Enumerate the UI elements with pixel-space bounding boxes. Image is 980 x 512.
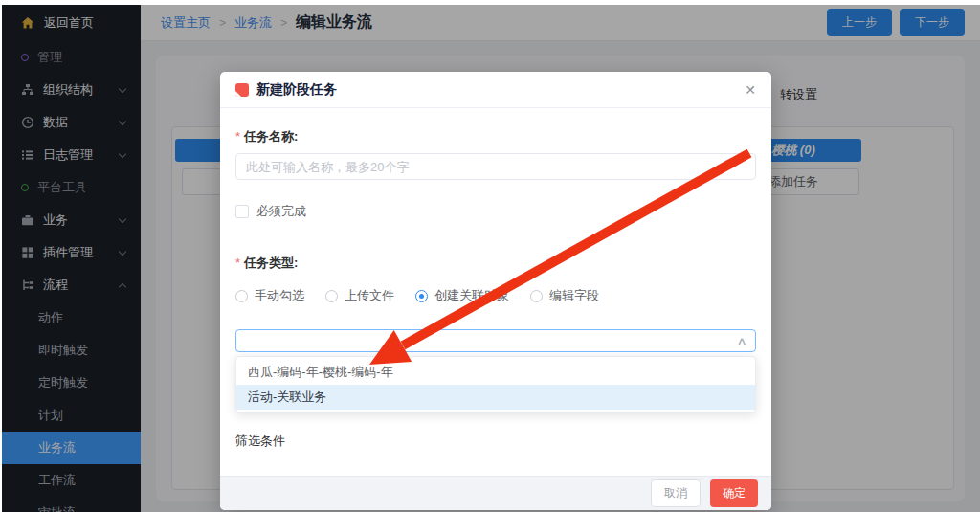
radio-icon <box>530 290 543 302</box>
dropdown-option-activity-related[interactable]: 活动-关联业务 <box>236 385 755 410</box>
related-object-select-wrap: ∧ 西瓜-编码-年-樱桃-编码-年 活动-关联业务 <box>235 329 756 352</box>
task-name-label: *任务名称: <box>235 128 756 145</box>
create-stage-task-modal: 新建阶段任务 ✕ *任务名称: 必须完成 *任务类型: 手动勾选 <box>220 72 771 510</box>
radio-icon <box>235 290 248 302</box>
radio-create-related-object[interactable]: 创建关联对象 <box>415 287 509 304</box>
filter-section-label: 筛选条件 <box>235 433 756 450</box>
cancel-button[interactable]: 取消 <box>651 479 701 507</box>
radio-edit-field[interactable]: 编辑字段 <box>530 287 599 304</box>
modal-header: 新建阶段任务 ✕ <box>220 72 771 108</box>
modal-body: *任务名称: 必须完成 *任务类型: 手动勾选 上传文件 <box>220 128 771 494</box>
radio-upload-file[interactable]: 上传文件 <box>325 287 394 304</box>
radio-icon-checked <box>415 290 428 302</box>
related-object-select[interactable]: ∧ <box>235 329 756 352</box>
required-asterisk: * <box>235 256 240 270</box>
confirm-button[interactable]: 确定 <box>710 479 758 507</box>
page: 返回首页 管理 组织结构 数据 日志管理 平台工具 业务 <box>0 0 980 512</box>
chevron-up-icon: ∧ <box>736 335 746 347</box>
task-type-radio-group: 手动勾选 上传文件 创建关联对象 编辑字段 <box>235 287 756 304</box>
modal-footer: 取消 确定 <box>220 476 771 510</box>
task-name-input[interactable] <box>235 153 756 180</box>
radio-manual-check[interactable]: 手动勾选 <box>235 287 304 304</box>
must-complete-row[interactable]: 必须完成 <box>235 203 756 220</box>
dropdown-option-watermelon[interactable]: 西瓜-编码-年-樱桃-编码-年 <box>236 360 755 385</box>
required-asterisk: * <box>235 129 240 144</box>
modal-title: 新建阶段任务 <box>256 81 337 99</box>
task-type-label: *任务类型: <box>235 255 756 272</box>
radio-icon <box>325 290 338 302</box>
must-complete-label: 必须完成 <box>256 203 306 220</box>
must-complete-checkbox[interactable] <box>235 205 249 218</box>
task-doc-icon <box>235 83 249 97</box>
close-icon[interactable]: ✕ <box>745 83 756 97</box>
select-dropdown-panel: 西瓜-编码-年-樱桃-编码-年 活动-关联业务 <box>235 356 756 413</box>
